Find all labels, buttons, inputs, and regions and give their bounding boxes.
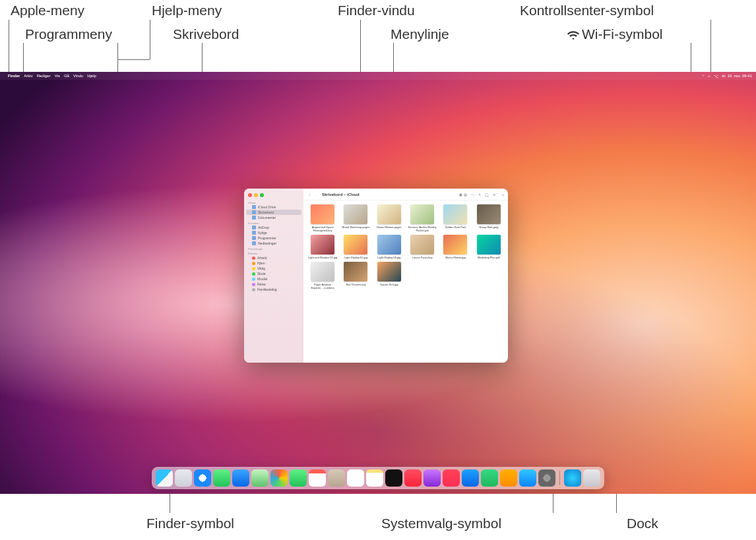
file-name: Macro Flower.jpg — [445, 256, 465, 259]
nav-back-icon[interactable]: 〈 — [307, 193, 311, 196]
menu-vis[interactable]: Vis — [55, 74, 60, 78]
dock-appstore-icon[interactable] — [519, 469, 536, 487]
sidebar-section-icloud: iCloud — [244, 200, 303, 204]
file-item[interactable]: Group Ride.jpeg — [474, 204, 504, 232]
dock-numbers-icon[interactable] — [481, 469, 498, 487]
close-button[interactable] — [248, 193, 252, 197]
file-thumbnail — [377, 204, 401, 224]
sidebar-item[interactable]: Dokumenter — [244, 215, 303, 220]
file-name: Marketing Plan.pdf — [478, 256, 499, 259]
minimize-button[interactable] — [254, 193, 258, 197]
app-menu[interactable]: Finder — [8, 74, 20, 78]
zoom-button[interactable] — [260, 193, 264, 197]
sidebar-label: Viktig — [257, 266, 265, 270]
dock-pages-icon[interactable] — [500, 469, 517, 487]
dock-trash-icon[interactable] — [583, 469, 600, 487]
dock-news-icon[interactable] — [443, 469, 460, 487]
callout-menu-bar: Menylinje — [391, 26, 449, 42]
sidebar-tag[interactable]: Viktig — [244, 266, 303, 271]
sidebar-label: Hjem — [257, 261, 265, 265]
dock-facetime-icon[interactable] — [290, 469, 307, 487]
file-item[interactable]: Farmers Market Monthy Packet.pdf — [407, 204, 437, 232]
sidebar-tag[interactable]: Reise — [244, 282, 303, 287]
dock-safari-icon[interactable] — [194, 469, 211, 487]
dock-reminders-icon[interactable] — [347, 469, 364, 487]
control-center-icon[interactable]: ⌥ — [714, 74, 718, 78]
tags-icon[interactable]: ◯ — [485, 193, 489, 196]
tag-dot-icon — [252, 278, 255, 281]
dock-keynote-icon[interactable] — [462, 469, 479, 487]
file-item[interactable]: Light Display 03.jpg — [374, 235, 404, 259]
callout-dock: Dock — [627, 516, 658, 531]
finder-toolbar: 〈 〉 Skrivebord – iCloud ▦ ▤ ⋯ ⇪ ◯ ⊙ ˅ ⌕ — [303, 189, 508, 200]
spotlight-icon[interactable]: ⌕ — [708, 74, 710, 78]
menu-clock[interactable]: tir. 10. nov. 09:41 — [722, 74, 752, 78]
folder-icon — [252, 231, 256, 235]
sidebar-tag[interactable]: Arbeid — [244, 255, 303, 260]
file-item[interactable]: Light and Shadow 01.jpg — [307, 235, 338, 259]
sidebar-item[interactable]: Nedlastinger — [244, 241, 303, 246]
dock-downloads-icon[interactable] — [564, 469, 581, 487]
sidebar-tag[interactable]: Familiedeling — [244, 287, 303, 292]
file-item[interactable]: Marketing Plan.pdf — [474, 235, 504, 259]
dock-system-preferences-icon[interactable] — [538, 469, 555, 487]
file-grid: Augmented Space Reimagined.keyBland Work… — [303, 200, 508, 363]
group-icon[interactable]: ⋯ — [471, 193, 474, 196]
dock-tv-icon[interactable] — [385, 469, 402, 487]
file-item[interactable]: Sunset Surf.jpg — [374, 262, 404, 289]
dock-music-icon[interactable] — [404, 469, 422, 487]
dock-podcasts-icon[interactable] — [424, 469, 441, 487]
menu-arkiv[interactable]: Arkiv — [24, 74, 32, 78]
file-thumbnail — [344, 262, 367, 282]
dock-messages-icon[interactable] — [213, 469, 230, 487]
file-item[interactable]: District Market.pages — [374, 204, 404, 232]
tag-dot-icon — [252, 267, 255, 270]
sidebar-label: AirDrop — [258, 225, 269, 229]
menu-rediger[interactable]: Rediger — [37, 74, 51, 78]
sidebar-tag[interactable]: Skole — [244, 271, 303, 276]
file-item[interactable]: Macro Flower.jpg — [440, 235, 470, 259]
file-item[interactable]: Augmented Space Reimagined.key — [307, 204, 338, 232]
file-item[interactable]: Bland Workshop.pages — [340, 204, 371, 232]
sidebar-section-places: Plasseringer — [244, 246, 303, 251]
sidebar-label: Reise — [257, 282, 266, 286]
action-icon[interactable]: ⊙ ˅ — [493, 193, 498, 196]
nav-fwd-icon[interactable]: 〉 — [315, 193, 318, 196]
wifi-status-icon[interactable]: ⌔ — [702, 74, 705, 78]
file-thumbnail — [443, 235, 467, 255]
dock-finder-icon[interactable] — [156, 469, 173, 487]
sidebar-label: Programmer — [258, 236, 276, 240]
file-item[interactable]: Louise Parris.key — [407, 235, 437, 259]
menu-bar: Finder Arkiv Rediger Vis Gå Vindu Hjelp … — [0, 72, 756, 80]
sidebar-item[interactable]: Nylige — [244, 230, 303, 235]
sidebar-item[interactable]: Skrivebord — [246, 210, 301, 215]
sidebar-label: Musikk — [257, 277, 268, 281]
file-item[interactable]: Paper Airplane Experim….numbers — [307, 262, 338, 289]
folder-icon — [252, 225, 256, 229]
view-icons[interactable]: ▦ ▤ — [459, 193, 466, 196]
search-icon[interactable]: ⌕ — [502, 193, 504, 196]
dock-notes-icon[interactable] — [366, 469, 383, 487]
sidebar-label: Arbeid — [257, 256, 267, 260]
folder-icon — [252, 241, 256, 245]
sidebar-tag[interactable]: Musikk — [244, 276, 303, 282]
share-icon[interactable]: ⇪ — [478, 193, 481, 196]
file-item[interactable]: Light Display 01.jpg — [340, 235, 371, 259]
menu-vindu[interactable]: Vindu — [73, 74, 83, 78]
sidebar-item[interactable]: AirDrop — [244, 225, 303, 230]
dock-maps-icon[interactable] — [251, 469, 268, 487]
file-item[interactable]: Golden Gate Park — [440, 204, 470, 232]
sidebar-item[interactable]: iCloud Drive — [244, 204, 303, 210]
dock-photos-icon[interactable] — [270, 469, 288, 487]
file-item[interactable]: Rail Chasers.key — [340, 262, 371, 289]
dock-mail-icon[interactable] — [232, 469, 249, 487]
sidebar-item[interactable]: Programmer — [244, 235, 303, 241]
sidebar-tag[interactable]: Hjem — [244, 260, 303, 266]
sidebar-label: Skole — [257, 272, 266, 276]
dock-contacts-icon[interactable] — [328, 469, 345, 487]
menu-ga[interactable]: Gå — [64, 74, 69, 78]
dock-launchpad-icon[interactable] — [175, 469, 192, 487]
menu-hjelp[interactable]: Hjelp — [87, 74, 96, 78]
finder-window[interactable]: iCloud iCloud DriveSkrivebordDokumenter … — [244, 189, 508, 363]
dock-calendar-icon[interactable] — [309, 469, 326, 487]
